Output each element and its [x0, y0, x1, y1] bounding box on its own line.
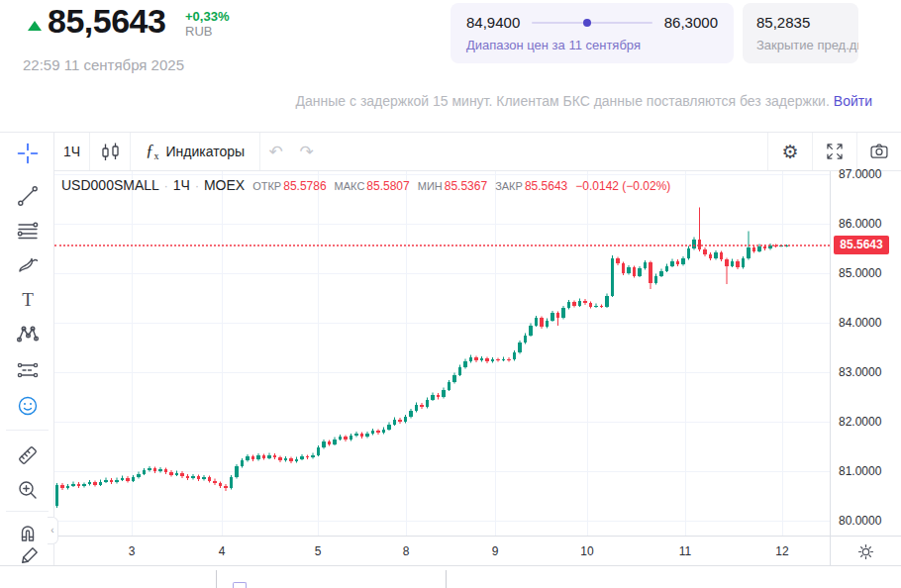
price-axis-label: 80.0000 — [839, 514, 881, 528]
toolbar-separator — [6, 430, 49, 431]
up-triangle-icon — [28, 21, 42, 31]
settings-button[interactable]: ⚙ — [768, 133, 812, 170]
section-divider — [216, 570, 217, 588]
login-link[interactable]: Войти — [834, 93, 872, 109]
time-axis-label: 5 — [315, 544, 322, 558]
undo-button[interactable]: ↶ — [260, 133, 291, 170]
range-caption: Диапазон цен за 11 сентября — [466, 38, 718, 52]
candlestick-chart — [54, 171, 830, 536]
range-low: 84,9400 — [466, 14, 520, 31]
price-axis[interactable]: 85.5643 87.000086.000085.000084.000083.0… — [830, 171, 901, 536]
legend-close-label: ЗАКР — [495, 180, 523, 192]
ruler-tool-button[interactable] — [14, 441, 42, 469]
price-axis-label: 82.0000 — [839, 415, 881, 429]
snapshot-button[interactable] — [857, 133, 901, 170]
change-percent: +0,33% — [185, 9, 229, 24]
time-axis-label: 9 — [492, 544, 499, 558]
legend-low-value: 85.5367 — [445, 179, 487, 193]
fx-icon: ƒx — [146, 141, 159, 161]
quote-timestamp: 22:59 11 сентября 2025 — [23, 56, 184, 73]
price-axis-label: 86.0000 — [839, 217, 881, 231]
time-axis-label: 4 — [219, 544, 226, 558]
legend-separator: · — [195, 179, 199, 193]
gear-icon: ⚙ — [781, 143, 798, 161]
legend-low-label: МИН — [418, 180, 443, 192]
svg-text:T: T — [22, 289, 34, 310]
legend-change: −0.0142 (−0.02%) — [575, 179, 670, 193]
delay-notice-text: Данные с задержкой 15 минут. Клиентам БК… — [296, 93, 830, 109]
range-slider — [532, 22, 652, 24]
candles-icon — [99, 141, 122, 163]
prev-close-caption: Закрытие пред.дня — [756, 38, 858, 52]
magnet-tool-button[interactable] — [14, 519, 42, 546]
axis-corner[interactable] — [830, 536, 901, 566]
legend-symbol[interactable]: USD000SMALL — [61, 177, 159, 193]
brush-tool-button[interactable] — [14, 251, 42, 279]
legend-exchange: MOEX — [204, 177, 245, 193]
legend-open-value: 85.5786 — [283, 179, 326, 193]
camera-icon — [868, 141, 890, 162]
toolbar-right-group: ⚙ — [767, 133, 901, 170]
next-section-fragment — [0, 567, 901, 588]
time-axis[interactable]: 34589101112 — [54, 536, 830, 566]
last-price-line — [54, 245, 830, 246]
prev-close-card: 85,2835 Закрытие пред.дня — [743, 3, 858, 63]
legend-close-value: 85.5643 — [525, 179, 567, 193]
price-axis-label: 84.0000 — [839, 316, 881, 330]
time-axis-label: 11 — [679, 544, 691, 558]
range-high: 86,3000 — [664, 14, 718, 31]
day-range-card: 84,9400 86,3000 Диапазон цен за 11 сентя… — [450, 3, 734, 63]
chart-toolbar: 1Ч ƒx Индикаторы ↶ ↷ ⚙ — [54, 133, 901, 171]
next-section-element — [233, 582, 247, 588]
price-axis-label: 83.0000 — [839, 365, 881, 379]
price-axis-label: 87.0000 — [839, 167, 881, 181]
interval-button[interactable]: 1Ч — [54, 133, 89, 170]
last-price: 85,5643 — [48, 2, 165, 41]
time-axis-label: 3 — [129, 544, 136, 558]
text-tool-button[interactable]: T — [14, 286, 42, 314]
trend-line-tool-button[interactable] — [14, 182, 42, 210]
sun-icon — [857, 543, 874, 560]
indicators-button[interactable]: ƒx Индикаторы — [131, 133, 259, 170]
legend-high-value: 85.5807 — [366, 179, 409, 193]
price-pane[interactable]: USD000SMALL · 1Ч · MOEX ОТКР 85.5786 МАК… — [54, 171, 830, 536]
emoji-tool-button[interactable] — [14, 392, 42, 420]
time-axis-label: 12 — [775, 544, 788, 558]
chart-legend: USD000SMALL · 1Ч · MOEX ОТКР 85.5786 МАК… — [61, 177, 670, 193]
drawing-toolbar: T — [0, 133, 54, 566]
legend-open-label: ОТКР — [252, 180, 281, 192]
fib-retracement-tool-button[interactable] — [14, 218, 42, 245]
chart-widget: T — [0, 132, 901, 566]
redo-button[interactable]: ↷ — [291, 133, 322, 170]
currency-label: RUB — [185, 24, 229, 39]
chart-type-button[interactable] — [90, 133, 130, 170]
prev-close-value: 85,2835 — [756, 14, 858, 31]
crosshair-tool-button[interactable] — [14, 140, 42, 167]
time-axis-label: 8 — [403, 544, 410, 558]
last-price-tag: 85.5643 — [834, 236, 889, 254]
app-root: 85,5643 +0,33% RUB 22:59 11 сентября 202… — [0, 0, 901, 588]
range-slider-dot — [583, 19, 591, 27]
xabcd-pattern-tool-button[interactable] — [14, 322, 42, 349]
legend-high-label: МАКС — [335, 180, 365, 192]
price-axis-label: 85.0000 — [839, 266, 881, 280]
legend-separator: · — [164, 179, 168, 193]
section-divider — [446, 570, 447, 588]
indicators-label: Индикаторы — [166, 144, 246, 159]
price-axis-label: 81.0000 — [839, 464, 881, 478]
fullscreen-button[interactable] — [813, 133, 856, 170]
draw-tool-button[interactable] — [14, 543, 42, 566]
long-position-tool-button[interactable] — [14, 357, 42, 385]
fullscreen-icon — [824, 141, 846, 162]
toolbar-separator — [6, 511, 49, 512]
time-axis-label: 10 — [580, 544, 593, 558]
sidebar-collapse-handle[interactable]: ‹ — [48, 517, 58, 544]
legend-interval: 1Ч — [173, 177, 190, 193]
zoom-in-tool-button[interactable] — [14, 476, 42, 504]
delay-notice: Данные с задержкой 15 минут. Клиентам БК… — [296, 93, 872, 109]
